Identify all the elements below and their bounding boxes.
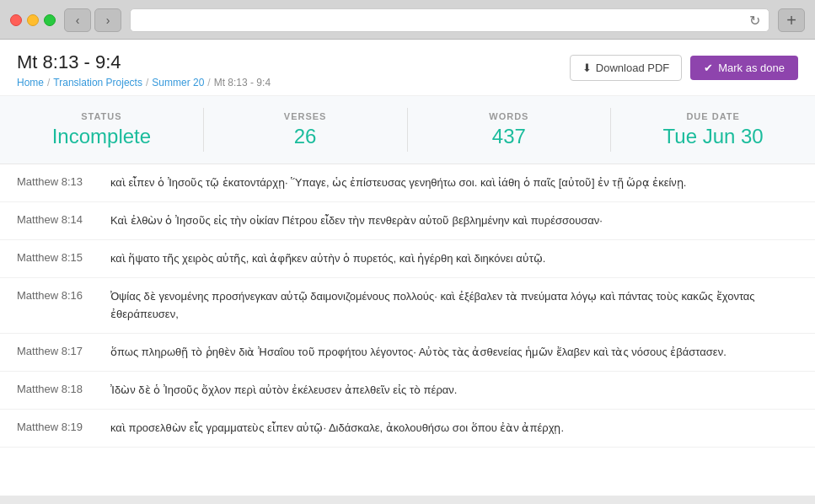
verse-text: ὅπως πληρωθῇ τὸ ῥηθὲν διὰ Ἠσαΐου τοῦ προ… <box>110 344 727 361</box>
page-content: Mt 8:13 - 9:4 Home / Translation Project… <box>0 40 815 496</box>
status-value: Incomplete <box>0 125 203 148</box>
verse-row: Matthew 8:18Ἰδὼν δὲ ὁ Ἰησοῦς ὄχλον περὶ … <box>0 372 815 410</box>
address-bar[interactable]: ↻ <box>130 8 769 32</box>
breadcrumb-sep-1: / <box>47 77 50 88</box>
verse-text: Καὶ ἐλθὼν ὁ Ἰησοῦς εἰς τὴν οἰκίαν Πέτρου… <box>110 212 603 229</box>
verse-reference: Matthew 8:19 <box>17 420 97 433</box>
header-actions: ⬇ Download PDF ✔ Mark as done <box>570 55 798 81</box>
verse-text: καὶ προσελθὼν εἷς γραμματεὺς εἶπεν αὐτῷ·… <box>110 420 564 437</box>
breadcrumb-home[interactable]: Home <box>17 77 44 88</box>
mark-done-button[interactable]: ✔ Mark as done <box>690 56 798 80</box>
stat-status: STATUS Incomplete <box>0 108 204 152</box>
words-value: 437 <box>408 125 611 148</box>
verses-list: Matthew 8:13καὶ εἶπεν ὁ Ἰησοῦς τῷ ἑκατον… <box>0 164 815 494</box>
download-icon: ⬇ <box>582 62 592 74</box>
verse-reference: Matthew 8:13 <box>17 174 97 188</box>
verse-text: καὶ ἥψατο τῆς χειρὸς αὐτῆς, καὶ ἀφῆκεν α… <box>110 250 545 267</box>
forward-button[interactable]: › <box>94 8 121 32</box>
verse-row: Matthew 8:17ὅπως πληρωθῇ τὸ ῥηθὲν διὰ Ἠσ… <box>0 334 815 372</box>
browser-chrome: ‹ › ↻ + <box>0 0 815 40</box>
download-label: Download PDF <box>596 62 669 74</box>
status-label: STATUS <box>0 111 203 121</box>
verse-reference: Matthew 8:14 <box>17 212 97 226</box>
address-input[interactable] <box>139 14 749 27</box>
breadcrumb-sprint[interactable]: Summer 20 <box>152 77 204 88</box>
forward-icon: › <box>106 13 110 27</box>
words-label: WORDS <box>408 111 611 121</box>
close-button[interactable] <box>10 14 22 26</box>
due-label: DUE DATE <box>611 111 815 121</box>
verse-row: Matthew 8:15καὶ ἥψατο τῆς χειρὸς αὐτῆς, … <box>0 240 815 278</box>
nav-buttons: ‹ › <box>64 8 121 32</box>
header-left: Mt 8:13 - 9:4 Home / Translation Project… <box>17 51 271 88</box>
back-icon: ‹ <box>76 13 80 27</box>
page-header: Mt 8:13 - 9:4 Home / Translation Project… <box>0 40 815 96</box>
check-circle-icon: ✔ <box>704 62 713 74</box>
breadcrumb-current: Mt 8:13 - 9:4 <box>214 77 271 88</box>
verse-reference: Matthew 8:15 <box>17 250 97 264</box>
stats-bar: STATUS Incomplete VERSES 26 WORDS 437 DU… <box>0 96 815 164</box>
breadcrumb-project[interactable]: Translation Projects <box>53 77 142 88</box>
maximize-button[interactable] <box>44 14 56 26</box>
verse-row: Matthew 8:19καὶ προσελθὼν εἷς γραμματεὺς… <box>0 410 815 448</box>
due-value: Tue Jun 30 <box>611 125 815 148</box>
verses-label: VERSES <box>204 111 407 121</box>
mark-done-label: Mark as done <box>718 62 785 74</box>
traffic-lights <box>10 14 56 26</box>
verse-text: καὶ εἶπεν ὁ Ἰησοῦς τῷ ἑκατοντάρχῃ· Ὕπαγε… <box>110 174 686 191</box>
refresh-icon[interactable]: ↻ <box>749 13 760 29</box>
back-button[interactable]: ‹ <box>64 8 91 32</box>
verse-reference: Matthew 8:18 <box>17 382 97 395</box>
verses-value: 26 <box>204 125 407 148</box>
stat-words: WORDS 437 <box>408 108 612 152</box>
stat-due-date: DUE DATE Tue Jun 30 <box>611 108 815 152</box>
verse-row: Matthew 8:13καὶ εἶπεν ὁ Ἰησοῦς τῷ ἑκατον… <box>0 164 815 202</box>
download-pdf-button[interactable]: ⬇ Download PDF <box>570 55 682 81</box>
verse-reference: Matthew 8:16 <box>17 288 97 302</box>
breadcrumb: Home / Translation Projects / Summer 20 … <box>17 77 271 88</box>
stat-verses: VERSES 26 <box>204 108 408 152</box>
verse-row: Matthew 8:16Ὀψίας δὲ γενομένης προσήνεγκ… <box>0 278 815 333</box>
verse-text: Ἰδὼν δὲ ὁ Ἰησοῦς ὄχλον περὶ αὐτὸν ἐκέλευ… <box>110 382 457 399</box>
new-tab-button[interactable]: + <box>778 8 805 32</box>
breadcrumb-sep-2: / <box>146 77 148 88</box>
page-title: Mt 8:13 - 9:4 <box>17 51 271 73</box>
breadcrumb-sep-3: / <box>207 77 210 88</box>
verse-reference: Matthew 8:17 <box>17 344 97 357</box>
verse-row: Matthew 8:14Καὶ ἐλθὼν ὁ Ἰησοῦς εἰς τὴν ο… <box>0 202 815 240</box>
minimize-button[interactable] <box>27 14 39 26</box>
verse-text: Ὀψίας δὲ γενομένης προσήνεγκαν αὐτῷ δαιμ… <box>110 288 798 322</box>
